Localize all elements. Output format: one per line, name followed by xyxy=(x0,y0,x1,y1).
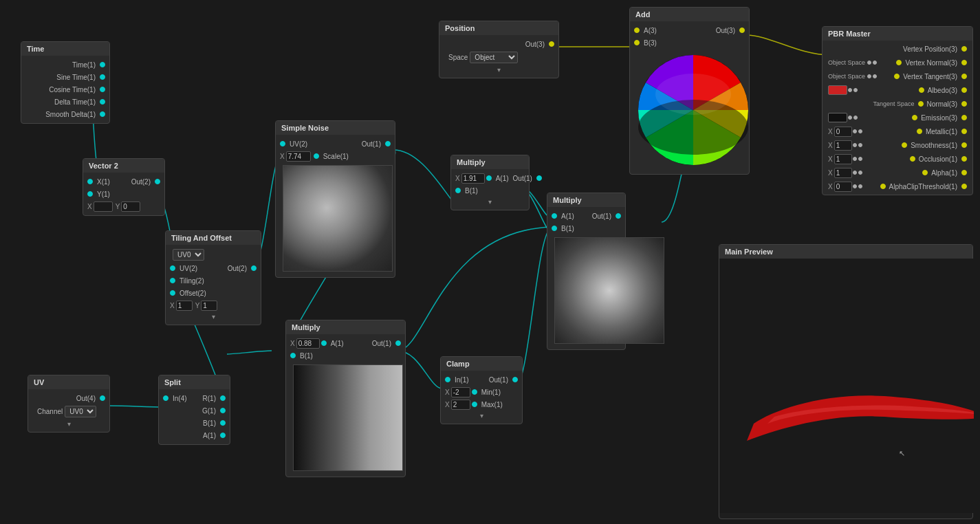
mult-top-expand[interactable]: ▾ xyxy=(455,197,525,207)
uv-channel-dropdown[interactable]: UV0UV1 xyxy=(65,406,96,417)
vector2-y-port[interactable] xyxy=(87,191,93,197)
pbr-smoothness-p2[interactable] xyxy=(858,143,862,147)
sine-time-port[interactable] xyxy=(100,74,105,80)
uv-out-port[interactable] xyxy=(100,395,105,401)
pbr-alpha-p2[interactable] xyxy=(858,171,862,175)
clamp-expand[interactable]: ▾ xyxy=(445,411,518,421)
add-out-port[interactable] xyxy=(739,28,745,33)
pbr-albedo-port[interactable] xyxy=(961,87,967,93)
pbr-alpha-in-port[interactable] xyxy=(922,170,928,175)
pbr-alphaclip-in-port[interactable] xyxy=(880,184,886,189)
uv-expand[interactable]: ▾ xyxy=(32,419,105,429)
noise-scale-port[interactable] xyxy=(314,153,319,159)
pbr-vertex-tangent-port[interactable] xyxy=(961,74,967,79)
time-output-port[interactable] xyxy=(100,62,105,67)
tiling-out-port[interactable] xyxy=(251,265,257,271)
pbr-alpha-port[interactable] xyxy=(961,170,967,175)
pbr-emission-port[interactable] xyxy=(961,115,967,120)
pbr-alphaclip-input[interactable] xyxy=(834,182,852,192)
tiling-tiling-port[interactable] xyxy=(170,278,175,283)
pbr-albedo-swatch[interactable] xyxy=(828,85,847,95)
pbr-vertex-tangent-in-port[interactable] xyxy=(894,74,900,79)
pbr-smoothness-in-port[interactable] xyxy=(902,142,907,148)
pbr-albedo-port2[interactable] xyxy=(853,88,858,92)
pbr-smoothness-input[interactable] xyxy=(834,140,852,151)
noise-out-port[interactable] xyxy=(385,141,391,146)
pbr-alphaclip-p1[interactable] xyxy=(853,184,857,188)
mult-bot-a-port[interactable] xyxy=(321,340,327,346)
split-g-port[interactable] xyxy=(220,408,226,413)
split-a-port[interactable] xyxy=(220,433,226,438)
clamp-max-input[interactable] xyxy=(451,400,470,410)
mult-right-a-port[interactable] xyxy=(552,213,557,219)
noise-uv-port[interactable] xyxy=(280,141,285,146)
vector2-out-port[interactable] xyxy=(155,179,160,184)
clamp-out-port[interactable] xyxy=(512,377,518,382)
pbr-vertex-normal-in-port[interactable] xyxy=(896,60,902,65)
pbr-object-space-2-port[interactable] xyxy=(867,74,871,78)
pbr-object-space-2-port2[interactable] xyxy=(873,74,877,78)
pbr-smoothness-port[interactable] xyxy=(961,142,967,148)
position-expand[interactable]: ▾ xyxy=(444,65,554,75)
smooth-delta-port[interactable] xyxy=(100,111,105,117)
pbr-occlusion-input[interactable] xyxy=(834,154,852,164)
tiling-x-input[interactable] xyxy=(176,301,193,311)
pbr-smoothness-p1[interactable] xyxy=(853,143,857,147)
delta-time-port[interactable] xyxy=(100,99,105,105)
mult-bot-a-input[interactable] xyxy=(296,338,320,349)
pbr-occlusion-in-port[interactable] xyxy=(910,156,915,162)
pbr-alpha-input[interactable] xyxy=(834,168,852,178)
pbr-alphaclip-port[interactable] xyxy=(961,184,967,189)
tiling-uv-in-port[interactable] xyxy=(170,265,175,271)
split-r-port[interactable] xyxy=(220,395,226,401)
pbr-normal-port[interactable] xyxy=(961,101,967,107)
cosine-time-port[interactable] xyxy=(100,87,105,92)
pbr-albedo-port1[interactable] xyxy=(848,88,852,92)
mult-bot-out-port[interactable] xyxy=(395,340,401,346)
clamp-min-port[interactable] xyxy=(472,389,477,395)
vector2-x-port[interactable] xyxy=(87,179,93,184)
mult-bot-b-port[interactable] xyxy=(290,353,296,358)
pbr-metallic-p1[interactable] xyxy=(853,129,857,133)
mult-top-a-port[interactable] xyxy=(486,175,492,181)
pbr-metallic-input[interactable] xyxy=(834,127,852,137)
split-in-port[interactable] xyxy=(163,395,168,401)
pbr-normal-in-port[interactable] xyxy=(918,101,924,107)
clamp-in-port[interactable] xyxy=(445,377,450,382)
mult-top-b-port[interactable] xyxy=(455,188,461,193)
pbr-metallic-port[interactable] xyxy=(961,129,967,134)
mult-top-out-port[interactable] xyxy=(536,175,542,181)
pbr-alphaclip-p2[interactable] xyxy=(858,184,862,188)
vector2-y-input[interactable] xyxy=(121,201,140,212)
pbr-vertex-pos-port[interactable] xyxy=(961,46,967,52)
tiling-offset-dropdown[interactable]: UV0UV1 xyxy=(173,249,204,261)
position-space-dropdown[interactable]: ObjectWorldView xyxy=(470,52,518,63)
pbr-object-space-1-port[interactable] xyxy=(867,61,871,65)
position-out-port[interactable] xyxy=(549,41,554,47)
mult-right-out-port[interactable] xyxy=(616,213,621,219)
pbr-albedo-in-port[interactable] xyxy=(919,87,924,93)
pbr-object-space-1-port2[interactable] xyxy=(873,61,877,65)
mult-top-a-input[interactable] xyxy=(461,173,485,184)
noise-scale-input[interactable] xyxy=(286,151,311,162)
tiling-y-input[interactable] xyxy=(201,301,217,311)
pbr-metallic-p2[interactable] xyxy=(858,129,862,133)
pbr-emission-port1[interactable] xyxy=(848,116,852,120)
add-b-port[interactable] xyxy=(634,40,640,45)
pbr-occlusion-p1[interactable] xyxy=(853,157,857,161)
split-b-port[interactable] xyxy=(220,420,226,426)
tiling-offset-port[interactable] xyxy=(170,290,175,296)
tiling-expand[interactable]: ▾ xyxy=(170,312,257,322)
pbr-alpha-p1[interactable] xyxy=(853,171,857,175)
pbr-occlusion-port[interactable] xyxy=(961,156,967,162)
pbr-vertex-normal-port[interactable] xyxy=(961,60,967,65)
clamp-max-port[interactable] xyxy=(472,402,477,407)
clamp-min-input[interactable] xyxy=(451,387,470,397)
pbr-metallic-in-port[interactable] xyxy=(917,129,922,134)
add-a-port[interactable] xyxy=(634,28,640,33)
pbr-emission-port2[interactable] xyxy=(853,116,858,120)
mult-right-b-port[interactable] xyxy=(552,226,557,231)
pbr-occlusion-p2[interactable] xyxy=(858,157,862,161)
pbr-emission-in-port[interactable] xyxy=(912,115,917,120)
pbr-emission-swatch[interactable] xyxy=(828,113,847,122)
